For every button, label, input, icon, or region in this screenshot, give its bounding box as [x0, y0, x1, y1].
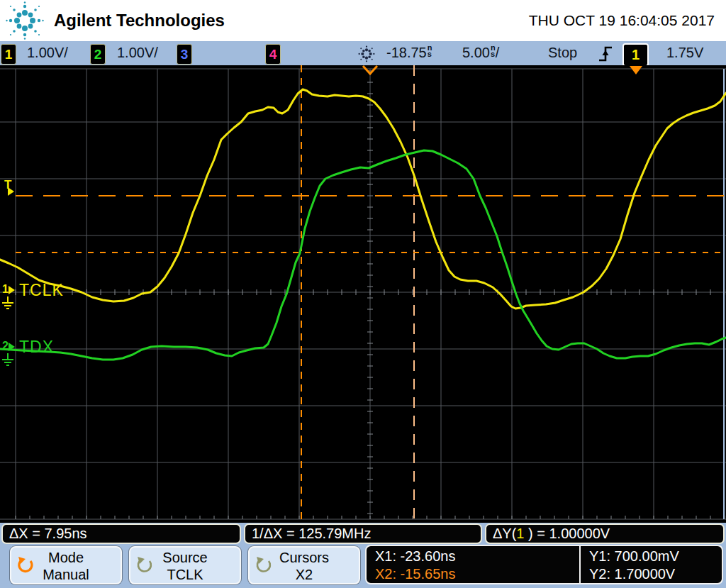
timebase-value: 5.00 [462, 45, 490, 60]
timebase-unit: ns [491, 45, 496, 57]
acquisition-state[interactable]: Stop [548, 45, 577, 61]
cursor-readout-box: X1: -23.60ns X2: -15.65ns Y1: 700.00mV Y… [365, 545, 723, 584]
delay-readout[interactable]: -18.75ns [386, 45, 432, 61]
trigger-source-badge[interactable]: 1 [622, 43, 649, 67]
softkey-mode[interactable]: Mode Manual [10, 546, 122, 584]
ch2-trace-label: TDX [19, 339, 54, 355]
oscilloscope-screen: Agilent Technologies THU OCT 19 16:04:05… [0, 0, 726, 588]
channel-1-ground-marker: 1 [2, 284, 15, 295]
datetime: THU OCT 19 16:04:05 2017 [529, 12, 715, 29]
ch2-marker-number: 2 [2, 340, 9, 352]
channel-1-scale[interactable]: 1.00V/ [27, 45, 68, 61]
inverse-delta-x-readout: 1/ΔX = 125.79MHz [244, 523, 482, 544]
y-cursor-values: Y1: 700.00mV Y2: 1.70000V [589, 548, 679, 583]
delay-value: -18.75 [386, 45, 427, 60]
trigger-position-marker-icon [630, 66, 642, 74]
system-spark-icon [356, 43, 377, 65]
delta-x-readout: ΔX = 7.95ns [1, 523, 241, 544]
trace-tdx [0, 150, 726, 360]
y2-value: Y2: 1.70000V [589, 565, 679, 583]
measurement-row: ΔX = 7.95ns 1/ΔX = 125.79MHz ΔY(1 ) = 1.… [0, 523, 726, 545]
status-bar: 1 1.00V/ 2 1.00V/ 3 4 -18.75ns 5.00ns/ S… [0, 41, 726, 67]
knob-icon [255, 556, 273, 575]
channel-1-badge[interactable]: 1 [1, 44, 16, 65]
ch1-trace-label: TCLK [19, 282, 64, 299]
softkey-cursors[interactable]: Cursors X2 [248, 546, 360, 584]
ch2-ground-icon [1, 353, 14, 367]
delta-y-readout: ΔY(1 ) = 1.00000V [485, 523, 725, 544]
ch1-ground-icon [1, 296, 14, 311]
y1-value: Y1: 700.00mV [589, 548, 679, 565]
knob-icon [135, 556, 154, 575]
x-cursor-values: X1: -23.60ns X2: -15.65ns [375, 548, 455, 583]
scope-canvas [0, 65, 726, 523]
trigger-slope-icon [598, 45, 613, 63]
softkey-row: Mode Manual Source TCLK Cursors X2 X1: -… [0, 545, 726, 588]
knob-icon [16, 556, 35, 575]
channel-4-badge[interactable]: 4 [265, 44, 281, 65]
softkey-source[interactable]: Source TCLK [129, 546, 241, 584]
channel-2-badge[interactable]: 2 [90, 44, 106, 65]
timebase-readout[interactable]: 5.00ns/ [462, 45, 499, 61]
x1-value: X1: -23.60ns [375, 548, 455, 565]
waveform-display: T 1 TCLK 2 TDX [0, 65, 726, 523]
channel-3-badge[interactable]: 3 [177, 44, 192, 65]
delta-y-channel: 1 [516, 526, 524, 541]
agilent-logo-icon [4, 1, 45, 40]
trigger-level-readout[interactable]: 1.75V [666, 45, 703, 61]
header: Agilent Technologies THU OCT 19 16:04:05… [0, 0, 726, 41]
ch1-marker-number: 1 [2, 283, 9, 295]
brand-title: Agilent Technologies [54, 11, 225, 30]
channel-2-ground-marker: 2 [2, 340, 15, 352]
x2-value: X2: -15.65ns [375, 565, 455, 583]
delay-unit: ns [428, 45, 432, 57]
trigger-level-arrow-icon [8, 187, 14, 196]
cursor-box-divider [579, 546, 581, 583]
channel-2-scale[interactable]: 1.00V/ [117, 45, 158, 61]
